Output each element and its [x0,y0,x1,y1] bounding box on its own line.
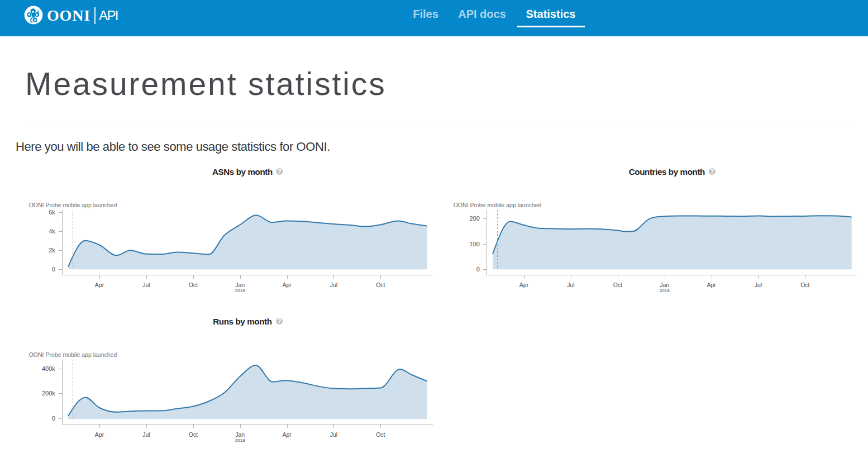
svg-text:200: 200 [469,215,479,222]
svg-text:Jul: Jul [142,282,150,288]
svg-text:2018: 2018 [235,288,245,293]
svg-text:Apr: Apr [282,431,292,438]
svg-text:?: ? [278,317,282,325]
svg-text:Apr: Apr [519,282,529,288]
svg-text:Countries by month: Countries by month [629,167,705,176]
svg-text:Apr: Apr [707,282,716,288]
svg-text:0: 0 [476,266,480,273]
svg-text:OONI Probe mobile app launched: OONI Probe mobile app launched [29,202,117,208]
svg-text:Jul: Jul [755,282,762,288]
svg-text:0: 0 [52,415,55,422]
svg-text:2018: 2018 [660,288,670,293]
svg-text:Jan: Jan [235,431,245,438]
svg-text:Jul: Jul [142,431,150,438]
svg-text:400k: 400k [42,365,55,372]
svg-text:?: ? [710,168,714,175]
svg-text:0: 0 [52,266,55,273]
svg-text:Jan: Jan [235,282,245,288]
svg-text:OONI Probe mobile app launched: OONI Probe mobile app launched [454,202,542,208]
svg-text:6k: 6k [49,209,55,216]
svg-text:Apr: Apr [95,431,104,438]
svg-text:Oct: Oct [189,282,198,288]
svg-text:2k: 2k [49,247,55,254]
svg-text:Apr: Apr [95,282,104,288]
svg-text:4k: 4k [49,228,55,235]
svg-text:OONI Probe mobile app launched: OONI Probe mobile app launched [29,351,117,358]
svg-text:Runs by month: Runs by month [213,317,271,326]
svg-text:Oct: Oct [376,431,385,438]
svg-text:Apr: Apr [282,282,292,288]
svg-text:?: ? [278,168,282,175]
svg-text:ASNs by month: ASNs by month [212,167,273,176]
svg-text:Jul: Jul [567,282,574,288]
svg-text:100: 100 [469,241,479,247]
svg-text:200k: 200k [42,390,55,397]
svg-text:Oct: Oct [800,282,809,288]
svg-text:2018: 2018 [235,438,245,443]
svg-text:Jan: Jan [660,282,669,288]
svg-text:Oct: Oct [189,431,198,438]
svg-text:Jul: Jul [330,282,337,288]
svg-text:Jul: Jul [330,431,337,438]
svg-text:Oct: Oct [376,282,385,288]
svg-text:Oct: Oct [613,282,622,288]
